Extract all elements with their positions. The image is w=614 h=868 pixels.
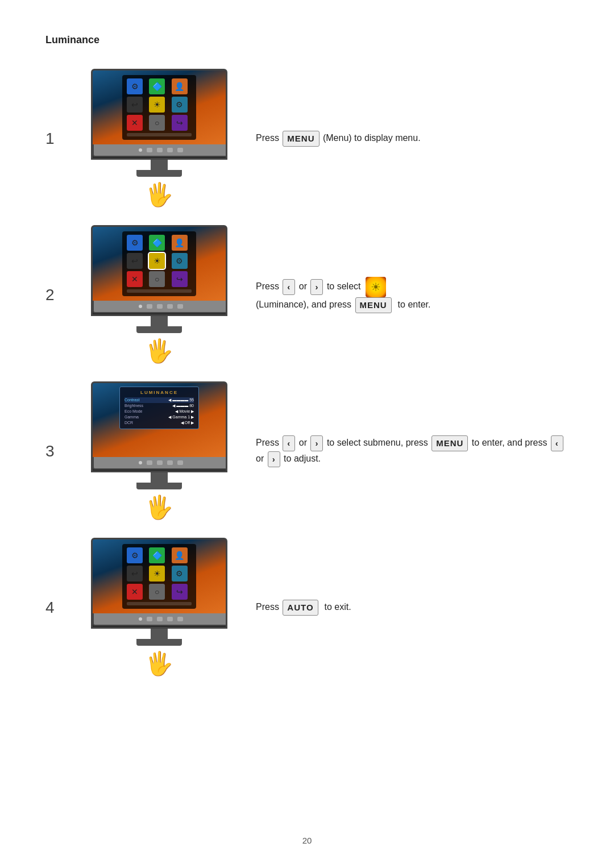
steps-container: 1 ⚙ 🔷 👤 ↩ ☀ ⚙ <box>45 69 569 677</box>
menu-icon-2-2: 🔷 <box>149 235 165 251</box>
footer-dot-2 <box>139 305 142 308</box>
step-4-row: 4 ⚙ 🔷 👤 ↩ ☀ ⚙ <box>45 538 569 677</box>
footer-btn-4-2 <box>157 617 163 621</box>
menu-icon-2-4: ↩ <box>127 253 143 269</box>
step-2-number: 2 <box>45 286 63 304</box>
submenu-row-ecomode: Eco Mode ◀ Movie ▶ <box>125 409 194 414</box>
menu-icon-2-3: 👤 <box>172 235 188 251</box>
menu-icon-4-4: ↩ <box>127 566 143 582</box>
footer-btn-4-1 <box>147 617 152 621</box>
submenu-label-gamma: Gamma <box>125 415 139 420</box>
menu-grid-2: ⚙ 🔷 👤 ↩ ☀ ⚙ ✕ ○ ↪ <box>127 235 192 287</box>
arrow-right-key-2: › <box>310 279 323 295</box>
stand-neck-2 <box>151 316 168 326</box>
monitor-screen-1: ⚙ 🔷 👤 ↩ ☀ ⚙ ✕ ○ ↪ <box>93 70 226 144</box>
menu-icon-5: ☀ <box>149 97 165 113</box>
footer-btn-4 <box>177 148 183 152</box>
menu-grid-4: ⚙ 🔷 👤 ↩ ☀ ⚙ ✕ ○ ↪ <box>127 547 192 600</box>
monitor-frame-4: ⚙ 🔷 👤 ↩ ☀ ⚙ ✕ ○ ↪ <box>91 538 227 629</box>
step-3-description: Press ‹ or › to select submenu, press ME… <box>256 435 569 467</box>
stand-neck-1 <box>151 160 168 170</box>
submenu-overlay-3: LUMINANCE Contrast ◀ ▬▬▬▬ 55 Brightness … <box>119 387 199 429</box>
menu-bottom-2 <box>127 289 192 293</box>
menu-icon-4-8: ○ <box>149 584 165 600</box>
menu-icon-6: ⚙ <box>172 97 188 113</box>
monitor-footer-4 <box>93 613 227 626</box>
hand-icon-3: 🖐 <box>145 494 173 521</box>
menu-bottom-1 <box>127 133 192 136</box>
footer-btn-2-4 <box>177 304 183 309</box>
menu-key-3: MENU <box>432 435 468 451</box>
footer-btn-3-1 <box>147 460 152 465</box>
monitor-screen-3: LUMINANCE Contrast ◀ ▬▬▬▬ 55 Brightness … <box>93 383 226 457</box>
submenu-row-dcr: DCR ◀ Off ▶ <box>125 420 194 426</box>
menu-icon-9: ↪ <box>172 115 188 131</box>
auto-key-4: AUTO <box>283 600 318 616</box>
menu-icon-2-1: ⚙ <box>127 235 143 251</box>
menu-icon-4: ↩ <box>127 97 143 113</box>
hand-icon-2: 🖐 <box>145 338 173 364</box>
menu-overlay-1: ⚙ 🔷 👤 ↩ ☀ ⚙ ✕ ○ ↪ <box>122 75 196 140</box>
submenu-title-3: LUMINANCE <box>125 390 194 395</box>
step-3-number: 3 <box>45 442 63 460</box>
footer-btn-2 <box>157 148 163 152</box>
stand-base-4 <box>136 639 182 646</box>
menu-icon-2: 🔷 <box>149 78 165 94</box>
menu-icon-4-9: ↪ <box>172 584 188 600</box>
footer-btn-3-3 <box>167 460 173 465</box>
step-1-image: ⚙ 🔷 👤 ↩ ☀ ⚙ ✕ ○ ↪ <box>85 69 233 208</box>
step-2-description: Press ‹ or › to select (Luminance), and … <box>256 277 569 313</box>
step-2-row: 2 ⚙ 🔷 👤 ↩ ☀ ⚙ <box>45 225 569 364</box>
submenu-val-ecomode: ◀ Movie ▶ <box>175 409 194 414</box>
footer-btn-4-4 <box>177 617 183 621</box>
arrow-left-key-3a: ‹ <box>283 435 295 451</box>
menu-icon-2-8: ○ <box>149 271 165 287</box>
menu-icon-2-7: ✕ <box>127 271 143 287</box>
submenu-val-brightness: ◀ ▬▬▬ 80 <box>172 404 194 408</box>
step-1-row: 1 ⚙ 🔷 👤 ↩ ☀ ⚙ <box>45 69 569 208</box>
step-4-description: Press AUTO to exit. <box>256 600 569 616</box>
footer-btn-2-3 <box>167 304 173 309</box>
submenu-row-contrast: Contrast ◀ ▬▬▬▬ 55 <box>125 397 194 403</box>
footer-dot-3 <box>139 461 142 464</box>
menu-grid-1: ⚙ 🔷 👤 ↩ ☀ ⚙ ✕ ○ ↪ <box>127 78 192 131</box>
monitor-screen-2: ⚙ 🔷 👤 ↩ ☀ ⚙ ✕ ○ ↪ <box>93 227 226 301</box>
arrow-left-key-2: ‹ <box>283 279 295 295</box>
hand-icon-4: 🖐 <box>145 650 173 677</box>
stand-base-3 <box>136 483 182 489</box>
step-2-monitor: ⚙ 🔷 👤 ↩ ☀ ⚙ ✕ ○ ↪ <box>91 225 227 364</box>
footer-btn-2-1 <box>147 304 152 309</box>
submenu-val-dcr: ◀ Off ▶ <box>181 421 194 425</box>
menu-bottom-4 <box>127 602 192 605</box>
menu-icon-4-1: ⚙ <box>127 547 143 563</box>
step-3-row: 3 LUMINANCE Contrast ◀ ▬▬▬▬ 55 <box>45 381 569 521</box>
submenu-val-contrast: ◀ ▬▬▬▬ 55 <box>168 398 194 402</box>
stand-base-1 <box>136 170 182 177</box>
menu-icon-2-6: ⚙ <box>172 253 188 269</box>
monitor-frame-3: LUMINANCE Contrast ◀ ▬▬▬▬ 55 Brightness … <box>91 381 227 472</box>
page-container: Luminance 1 ⚙ 🔷 👤 ↩ <box>0 0 614 868</box>
submenu-label-contrast: Contrast <box>125 398 139 402</box>
footer-btn-3-2 <box>157 460 163 465</box>
monitor-footer-1 <box>93 144 227 157</box>
step-2-image: ⚙ 🔷 👤 ↩ ☀ ⚙ ✕ ○ ↪ <box>85 225 233 364</box>
arrow-left-key-3b: ‹ <box>551 435 563 451</box>
menu-icon-8: ○ <box>149 115 165 131</box>
luminance-icon <box>366 277 386 297</box>
step-4-number: 4 <box>45 599 63 617</box>
stand-base-2 <box>136 326 182 333</box>
arrow-right-key-3a: › <box>310 435 323 451</box>
menu-icon-4-3: 👤 <box>172 547 188 563</box>
menu-icon-4-6: ⚙ <box>172 566 188 582</box>
step-4-monitor: ⚙ 🔷 👤 ↩ ☀ ⚙ ✕ ○ ↪ <box>91 538 227 677</box>
stand-neck-4 <box>151 629 168 639</box>
monitor-footer-3 <box>93 457 227 470</box>
page-number: 20 <box>302 836 312 845</box>
arrow-right-key-3b: › <box>268 451 280 467</box>
menu-overlay-4: ⚙ 🔷 👤 ↩ ☀ ⚙ ✕ ○ ↪ <box>122 544 196 609</box>
step-3-image: LUMINANCE Contrast ◀ ▬▬▬▬ 55 Brightness … <box>85 381 233 521</box>
submenu-label-ecomode: Eco Mode <box>125 409 143 414</box>
menu-icon-7: ✕ <box>127 115 143 131</box>
menu-icon-1: ⚙ <box>127 78 143 94</box>
menu-icon-4-5: ☀ <box>149 566 165 582</box>
